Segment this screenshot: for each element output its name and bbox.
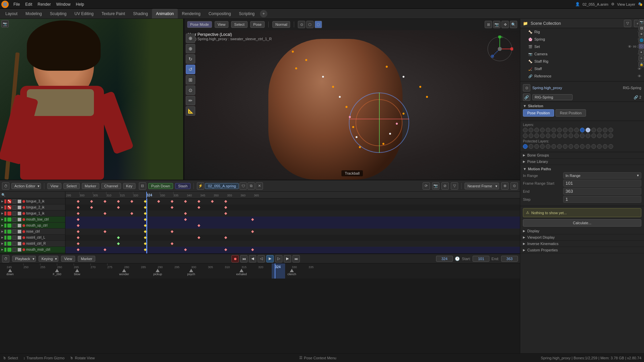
prop-scene-icon[interactable]: 🌐 xyxy=(639,38,644,43)
ae-close-icon[interactable]: ✕ xyxy=(256,182,263,190)
sc-item-camera[interactable]: 📷 Camera 👁 xyxy=(520,50,644,58)
ae-keyframes-svg[interactable]: psych exhaled clench down determined ext xyxy=(65,198,520,253)
move-tool[interactable]: ⊕ xyxy=(186,44,195,53)
layer-2-2[interactable] xyxy=(529,133,533,138)
track-check-3[interactable] xyxy=(12,218,16,222)
prot-layer-7[interactable] xyxy=(557,144,562,149)
layer-1-16[interactable] xyxy=(608,128,613,132)
track-expand-icon-1[interactable]: ▶ xyxy=(1,206,3,209)
prop-physics-icon[interactable]: ⚛ xyxy=(639,56,644,61)
camera-icon[interactable]: 📷 xyxy=(493,21,500,28)
prot-layer-14[interactable] xyxy=(597,144,602,149)
layer-2-11[interactable] xyxy=(580,133,585,138)
prop-constraint-icon[interactable]: 🔒 xyxy=(639,62,644,67)
annotate-tool[interactable]: ✏ xyxy=(186,96,195,105)
ae-funnel-icon[interactable]: ▽ xyxy=(451,182,458,190)
play-btn[interactable]: ▶ xyxy=(266,255,274,262)
tab-animation[interactable]: Animation xyxy=(152,9,178,18)
prop-view-icon[interactable]: 👁 xyxy=(639,32,644,37)
layer-2-4[interactable] xyxy=(540,133,545,138)
track-expand-icon-5[interactable]: ▶ xyxy=(1,230,3,233)
layer-1-7[interactable] xyxy=(557,128,562,132)
layer-2-8[interactable] xyxy=(563,133,568,138)
layer-2-14[interactable] xyxy=(597,133,602,138)
layer-2-13[interactable] xyxy=(591,133,596,138)
cursor-tool[interactable]: ⊕ xyxy=(186,34,195,43)
sc-item-set[interactable]: 🎬 Set 👁 99 39. xyxy=(520,43,644,50)
nearest-frame-dropdown[interactable]: Nearest Frame xyxy=(465,183,499,189)
track-vis-8[interactable] xyxy=(17,248,21,252)
tab-scripting[interactable]: Scripting xyxy=(235,9,259,18)
transform-tool[interactable]: ⊙ xyxy=(186,85,195,95)
tab-rendering[interactable]: Rendering xyxy=(178,9,204,18)
layer-1-13[interactable] xyxy=(591,128,596,132)
ae-track-5[interactable]: ▶ nose_ctrl xyxy=(0,229,65,235)
layer-1-6[interactable] xyxy=(551,128,556,132)
bt-marker-btn[interactable]: Marker xyxy=(78,256,95,262)
ae-track-7[interactable]: ▶ nostril_ctrl_R xyxy=(0,241,65,247)
left-viewport[interactable]: 📷 xyxy=(0,19,184,180)
calculate-btn[interactable]: Calculate... xyxy=(523,219,641,227)
track-check-0[interactable] xyxy=(12,199,16,203)
prot-layer-13[interactable] xyxy=(591,144,596,149)
pose-position-btn[interactable]: Pose Position xyxy=(523,109,554,117)
track-expand-icon-3[interactable]: ▶ xyxy=(1,218,3,221)
current-frame-input[interactable]: 324 xyxy=(436,256,453,262)
ae-track-4[interactable]: ▶ mouth_up_ctrl xyxy=(0,223,65,229)
prot-layer-5[interactable] xyxy=(546,144,550,149)
move-icon[interactable]: ✥ xyxy=(501,21,509,28)
ae-track-3[interactable]: ▶ mouth_low_ctrl xyxy=(0,217,65,223)
layer-1-1[interactable] xyxy=(523,128,528,132)
inverse-kinematics-item[interactable]: ▶ Inverse Kinematics xyxy=(520,241,644,247)
ae-filter-icon[interactable]: ⊟ xyxy=(139,182,146,190)
layer-2-5[interactable] xyxy=(546,133,550,138)
prop-object-icon[interactable]: ⬡ xyxy=(639,44,644,49)
ae-sync-icon[interactable]: ⟳ xyxy=(423,182,430,190)
tab-shading[interactable]: Shading xyxy=(129,9,152,18)
settings-icon[interactable]: ⚙ xyxy=(611,2,614,6)
track-expand-icon-6[interactable]: ▶ xyxy=(1,236,3,239)
layer-1-15[interactable] xyxy=(603,128,607,132)
sc-item-staff-rig[interactable]: 🦴 Staff Rig 👁 xyxy=(520,58,644,65)
step-forward-btn[interactable]: ▶ xyxy=(284,255,291,262)
step-forward-small-btn[interactable]: ▷ xyxy=(275,255,282,262)
prot-layer-11[interactable] xyxy=(580,144,585,149)
track-vis-1[interactable] xyxy=(17,205,21,209)
prot-layer-4[interactable] xyxy=(540,144,545,149)
layer-1-12[interactable] xyxy=(586,128,590,132)
bone-groups-item[interactable]: ▶ Bone Groups xyxy=(520,152,644,159)
layer-2-15[interactable] xyxy=(603,133,607,138)
sc-item-rig[interactable]: 🦴 Rig 👁 xyxy=(520,28,644,36)
track-expand-icon-2[interactable]: ▶ xyxy=(1,212,3,215)
camera-view-btn[interactable]: 📷 xyxy=(1,20,9,27)
tab-layout[interactable]: Layout xyxy=(1,9,21,18)
ae-camera-icon[interactable]: 📷 xyxy=(432,182,439,190)
viewport-display-item[interactable]: ▶ Viewport Display xyxy=(520,234,644,241)
ae-snap-icon[interactable]: ⊕ xyxy=(501,182,508,190)
ae-select-menu[interactable]: Select xyxy=(63,183,80,189)
pose-mode-btn[interactable]: Pose Mode xyxy=(187,21,212,28)
bt-ruler-svg[interactable]: 245 250 255 260 265 270 275 280 285 290 … xyxy=(0,263,520,279)
track-expand-icon-7[interactable]: ▶ xyxy=(1,242,3,245)
wireframe-icon[interactable]: ⬡ xyxy=(315,21,322,28)
reference-visibility-icon[interactable]: 👁 xyxy=(638,74,641,78)
ae-track-0[interactable]: ▶ 🦴 tongue_3_ik xyxy=(0,198,65,204)
ae-proportional-icon[interactable]: ⊙ xyxy=(511,182,518,190)
ae-search-icon[interactable]: 🔍 xyxy=(1,193,5,197)
prot-layer-12[interactable] xyxy=(586,144,590,149)
measure-tool[interactable]: 📐 xyxy=(186,106,195,116)
obj-props-icon[interactable]: ⊙ xyxy=(523,84,530,92)
bt-ruler[interactable]: 245 250 255 260 265 270 275 280 285 290 … xyxy=(0,263,520,279)
track-expand-icon-8[interactable]: ▶ xyxy=(1,248,3,251)
layer-2-9[interactable] xyxy=(569,133,573,138)
bt-keying-btn[interactable]: Keying xyxy=(39,256,59,262)
motion-paths-header[interactable]: ▼ Motion Paths xyxy=(523,167,641,171)
sc-item-staff[interactable]: 🏒 Staff 👁 xyxy=(520,65,644,72)
tab-modeling[interactable]: Modeling xyxy=(21,9,46,18)
right-3d-viewport[interactable]: Pose Mode View Select Pose Normal ⊙ ⬡ ⬡ xyxy=(184,19,520,180)
skeleton-header[interactable]: ▼ Skeleton xyxy=(523,104,641,108)
layer-1-10[interactable] xyxy=(574,128,579,132)
ae-view-menu[interactable]: View xyxy=(47,183,61,189)
rig-name-input[interactable]: RIG-Spring xyxy=(532,94,573,100)
prot-layer-10[interactable] xyxy=(574,144,579,149)
